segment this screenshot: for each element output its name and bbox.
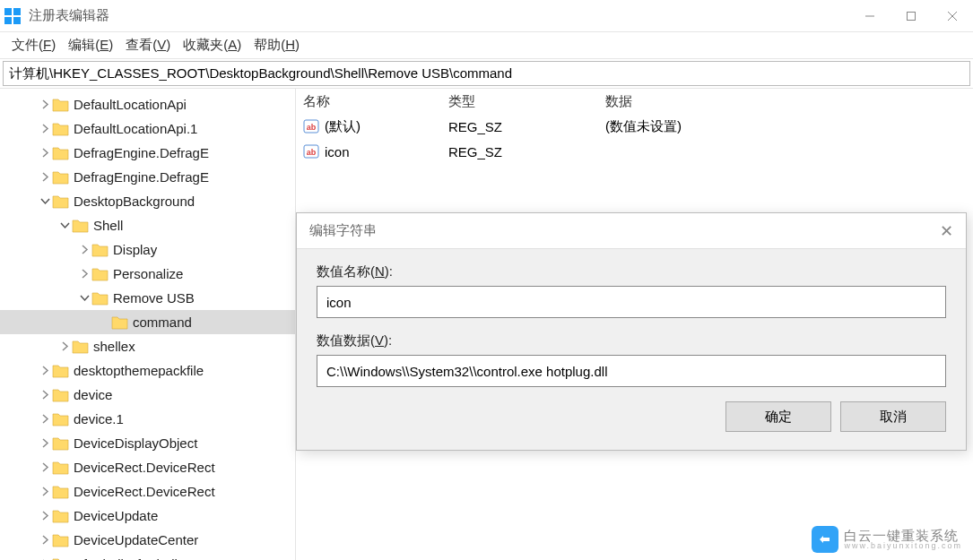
folder-icon [52,121,70,137]
menu-view[interactable]: 查看(V) [126,37,170,54]
window-title: 注册表编辑器 [29,7,849,24]
folder-icon [52,194,70,210]
watermark-logo [812,526,838,553]
tree-item[interactable]: shellex [0,334,295,358]
value-type: REG_SZ [448,144,605,159]
menu-file[interactable]: 文件(F) [12,37,56,54]
col-data[interactable]: 数据 [605,93,973,110]
tree-label: device [74,387,112,402]
tree-expander[interactable] [38,366,52,375]
tree-expander[interactable] [77,293,91,303]
folder-icon [52,532,70,548]
tree-label: DeviceDisplayObject [74,435,197,451]
tree-item[interactable]: Personalize [0,262,295,286]
value-data: (数值未设置) [605,118,973,135]
tree-view[interactable]: DefaultLocationApiDefaultLocationApi.1De… [0,89,296,560]
list-row[interactable]: ab(默认)REG_SZ(数值未设置) [296,114,973,139]
tree-item[interactable]: DeviceDisplayObject [0,431,295,455]
tree-label: Personalize [113,266,183,281]
ok-button[interactable]: 确定 [725,401,831,432]
tree-expander[interactable] [38,172,52,182]
svg-rect-2 [4,17,12,24]
tree-item[interactable]: DeviceRect.DeviceRect [0,479,295,504]
col-name[interactable]: 名称 [296,93,448,110]
tree-item[interactable]: DeviceUpdate [0,504,295,528]
maximize-button[interactable] [890,0,932,32]
tree-item[interactable]: command [0,310,295,334]
menu-favorites[interactable]: 收藏夹(A) [183,37,241,54]
tree-item[interactable]: desktopthemepackfile [0,358,295,383]
tree-expander[interactable] [38,535,52,545]
tree-item[interactable]: DefragEngine.DefragE [0,165,295,189]
tree-item[interactable]: DesktopBackground [0,189,295,213]
dialog-titlebar: 编辑字符串 ✕ [297,213,966,249]
folder-icon [91,290,109,306]
tree-item[interactable]: DeviceRect.DeviceRect [0,455,295,479]
col-type[interactable]: 类型 [448,93,605,110]
svg-rect-1 [13,8,21,15]
value-data-input[interactable] [317,355,946,387]
svg-text:ab: ab [307,123,317,132]
tree-expander[interactable] [38,390,52,400]
edit-string-dialog: 编辑字符串 ✕ 数值名称(N): 数值数据(V): 确定 取消 [296,212,967,451]
folder-icon [91,242,109,258]
tree-item[interactable]: DefragEngine.DefragE [0,141,295,165]
cancel-button[interactable]: 取消 [840,401,946,432]
close-button[interactable] [932,0,973,32]
tree-expander[interactable] [77,245,91,254]
tree-label: shellex [93,339,135,354]
tree-item[interactable]: device [0,383,295,407]
tree-label: Display [113,242,157,257]
string-value-icon: ab [303,117,321,135]
tree-item[interactable]: DefaultLocationApi [0,92,295,116]
value-name-label: 数值名称(N): [317,263,946,280]
tree-item[interactable]: Display [0,237,295,262]
tree-expander[interactable] [77,269,91,279]
folder-icon [91,266,109,282]
menu-bar: 文件(F) 编辑(E) 查看(V) 收藏夹(A) 帮助(H) [0,32,973,59]
folder-icon [52,484,70,500]
svg-rect-0 [4,8,12,15]
watermark: 白云一键重装系统 www.baiyunxitong.com [812,526,962,553]
tree-item[interactable]: Shell [0,213,295,237]
tree-item[interactable]: DefaultLocationApi.1 [0,116,295,141]
tree-label: DeviceUpdate [74,508,158,523]
tree-expander[interactable] [38,438,52,448]
tree-expander[interactable] [57,341,72,351]
folder-icon [52,169,70,185]
folder-icon [52,97,70,113]
tree-label: command [133,314,192,330]
list-header: 名称 类型 数据 [296,89,973,114]
minimize-button[interactable] [849,0,890,32]
tree-expander[interactable] [38,148,52,158]
tree-expander[interactable] [38,462,52,472]
address-bar[interactable]: 计算机\HKEY_CLASSES_ROOT\DesktopBackground\… [3,61,970,86]
menu-help[interactable]: 帮助(H) [254,37,300,54]
list-row[interactable]: abiconREG_SZ [296,139,973,164]
svg-rect-5 [908,12,916,20]
menu-edit[interactable]: 编辑(E) [68,37,113,54]
value-name-input[interactable] [317,286,946,318]
folder-icon [52,435,70,452]
tree-item[interactable]: DeviceUpdateCenter [0,528,295,552]
tree-expander[interactable] [57,220,72,230]
tree-item[interactable]: device.1 [0,407,295,431]
tree-expander[interactable] [38,99,52,109]
folder-icon [52,556,70,561]
tree-expander[interactable] [38,414,52,424]
tree-expander[interactable] [38,124,52,134]
folder-icon [52,145,70,161]
dialog-body: 数值名称(N): 数值数据(V): 确定 取消 [297,249,966,450]
value-type: REG_SZ [448,119,605,134]
dialog-title-text: 编辑字符串 [309,222,377,239]
tree-expander[interactable] [38,487,52,496]
tree-item[interactable]: DfsShell.DfsShell [0,552,295,560]
tree-label: DefragEngine.DefragE [74,145,209,160]
watermark-text: 白云一键重装系统 www.baiyunxitong.com [844,529,962,550]
tree-expander[interactable] [38,196,52,206]
dialog-close-button[interactable]: ✕ [940,221,953,241]
dialog-buttons: 确定 取消 [317,401,946,432]
tree-expander[interactable] [38,511,52,521]
folder-icon [72,339,90,355]
tree-item[interactable]: Remove USB [0,286,295,310]
